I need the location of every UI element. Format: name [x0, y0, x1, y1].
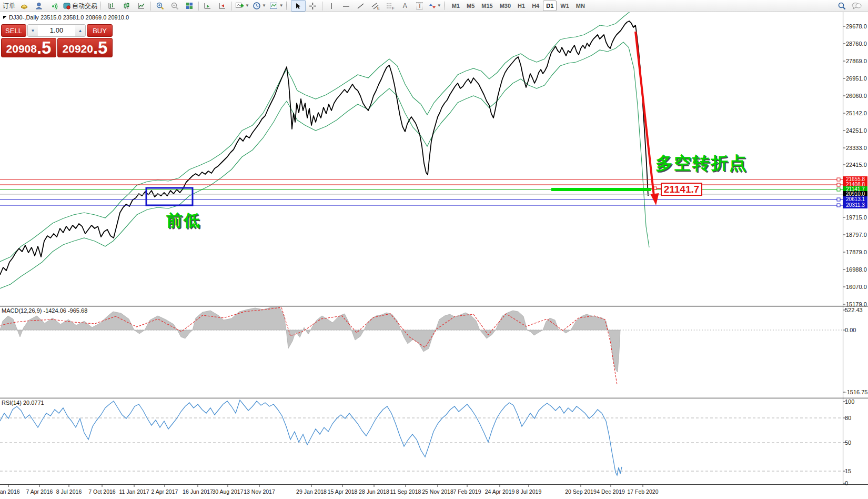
- signal-button[interactable]: [46, 0, 61, 12]
- main-price-pane: [0, 0, 843, 288]
- fibonacci-tool[interactable]: F: [383, 0, 398, 12]
- indicators-icon: [235, 2, 244, 10]
- chat-button[interactable]: [849, 0, 864, 12]
- sell-button[interactable]: SELL: [1, 24, 26, 37]
- toolbar-separator: [198, 2, 199, 11]
- volume-stepper[interactable]: ▼ 1.00 ▲: [27, 24, 86, 37]
- price-tag-anchor: [654, 187, 657, 189]
- timeframe-m15[interactable]: M15: [478, 1, 496, 11]
- price-tag-label[interactable]: 21141.7: [661, 183, 702, 196]
- ohlc-bars-icon: [108, 2, 116, 10]
- timeframe-mn[interactable]: MN: [573, 1, 588, 11]
- sell-price-frac: .5: [37, 39, 52, 56]
- clock-icon: [253, 2, 261, 10]
- buy-button[interactable]: BUY: [87, 24, 113, 37]
- macd-histogram: [0, 306, 620, 372]
- level-line-handle: [837, 183, 840, 186]
- timeframe-group: M1M5M15M30H1H4D1W1MN: [449, 1, 588, 11]
- new-order-button[interactable]: 订单: [1, 0, 17, 12]
- chevron-down-icon: ▼: [245, 4, 249, 8]
- new-order-label: 订单: [3, 2, 15, 11]
- periods-button[interactable]: ▼: [251, 0, 268, 12]
- crosshair-button[interactable]: [306, 0, 320, 12]
- timeframe-m30[interactable]: M30: [497, 1, 514, 11]
- candlestick-button[interactable]: [119, 0, 134, 12]
- equidistant-channel-tool[interactable]: E: [368, 0, 383, 12]
- auto-trading-label: 自动交易: [72, 2, 97, 11]
- cursor-icon: [294, 2, 302, 10]
- timeframe-h4[interactable]: H4: [529, 1, 542, 11]
- market-watch-icon[interactable]: [17, 0, 32, 12]
- timeframe-m1[interactable]: M1: [449, 1, 463, 11]
- timeframe-m5[interactable]: M5: [463, 1, 478, 11]
- buy-price-frac: .5: [93, 39, 108, 56]
- volume-increase-button[interactable]: ▲: [75, 25, 85, 36]
- buy-price-main: 20920: [63, 42, 93, 56]
- sell-price-tile[interactable]: 20908 .5: [1, 38, 56, 57]
- vertical-line-tool[interactable]: [324, 0, 339, 12]
- text-tool-letter: A: [403, 2, 407, 9]
- fibonacci-icon: F: [386, 2, 395, 10]
- one-click-trading-panel: SELL ▼ 1.00 ▲ BUY 20908 .5 20920 .5: [1, 24, 113, 57]
- arrows-tool[interactable]: ▼: [427, 0, 443, 12]
- main-toolbar: 订单 自动交易 ▼ ▼: [0, 0, 868, 12]
- macd-pane: [0, 306, 843, 385]
- symbol-ohlc-text: DJ30-,Daily 23515.0 23581.0 20869.0 2091…: [9, 14, 129, 21]
- rsi-label: RSI(14) 20.0771: [2, 400, 44, 406]
- zoom-in-button[interactable]: [153, 0, 167, 12]
- auto-scroll-icon: [204, 2, 212, 10]
- search-button[interactable]: [834, 0, 849, 12]
- tile-windows-button[interactable]: [182, 0, 197, 12]
- signal-icon: [49, 2, 58, 10]
- macd-signal-line: [0, 307, 617, 385]
- price-line: [0, 21, 648, 275]
- auto-trading-button[interactable]: 自动交易: [61, 0, 99, 12]
- symbol-marker-icon: [3, 16, 7, 19]
- level-line-handle: [837, 198, 840, 201]
- vertical-line-icon: [328, 2, 335, 10]
- zoom-out-icon: [170, 2, 179, 11]
- fibo-letter: F: [392, 6, 394, 10]
- lower-band-line: [0, 42, 649, 288]
- channel-letter: E: [377, 6, 380, 10]
- chat-bubbles-icon: [851, 2, 862, 10]
- indicators-button[interactable]: ▼: [234, 0, 251, 12]
- rsi-pane: [0, 400, 843, 475]
- timeframe-h1[interactable]: H1: [514, 1, 528, 11]
- toolbar-grip: [444, 2, 447, 10]
- rsi-line: [0, 400, 622, 475]
- chevron-down-icon: ▼: [279, 4, 284, 8]
- turning-point-annotation: 多空转折点: [655, 152, 748, 175]
- toolbar-separator: [150, 2, 151, 11]
- horizontal-line-tool[interactable]: [339, 0, 354, 12]
- cursor-button[interactable]: [291, 0, 306, 12]
- previous-low-annotation: 前低: [166, 209, 201, 232]
- text-label-tool[interactable]: T: [412, 0, 427, 12]
- macd-label: MACD(12,26,9) -1424.06 -965.68: [2, 307, 87, 314]
- bar-chart-button[interactable]: [105, 0, 119, 12]
- profile-button[interactable]: [32, 0, 46, 12]
- search-icon: [837, 2, 846, 11]
- horizontal-line-icon: [342, 2, 350, 10]
- toolbar-separator: [231, 2, 232, 11]
- line-chart-icon: [137, 2, 146, 10]
- toolbar-grip: [286, 2, 289, 10]
- chart-canvas[interactable]: [0, 0, 868, 499]
- toolbar-separator: [322, 2, 322, 11]
- volume-value[interactable]: 1.00: [38, 25, 75, 36]
- zoom-out-button[interactable]: [167, 0, 182, 12]
- trendline-tool[interactable]: [354, 0, 368, 12]
- volume-decrease-button[interactable]: ▼: [28, 25, 38, 36]
- timeframe-d1[interactable]: D1: [543, 1, 557, 11]
- level-line-handle: [837, 204, 840, 207]
- toolbar-grip: [100, 2, 103, 10]
- auto-scroll-button[interactable]: [200, 0, 215, 12]
- book-icon: [20, 2, 28, 10]
- templates-button[interactable]: ▼: [268, 0, 285, 12]
- chart-shift-button[interactable]: [215, 0, 230, 12]
- buy-price-tile[interactable]: 20920 .5: [57, 38, 113, 57]
- text-tool[interactable]: A: [398, 0, 412, 12]
- channel-icon: E: [371, 2, 380, 10]
- line-chart-button[interactable]: [134, 0, 149, 12]
- timeframe-w1[interactable]: W1: [557, 1, 572, 11]
